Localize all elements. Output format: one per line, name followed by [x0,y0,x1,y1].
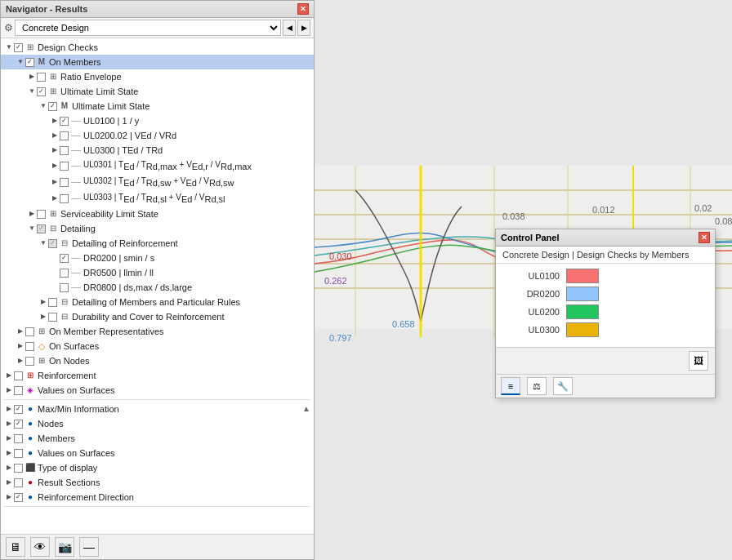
navigator-close-button[interactable]: ✕ [297,3,309,15]
expander-ul0301[interactable]: ▶ [50,161,60,171]
checkbox-dr0800[interactable] [60,283,69,292]
tree-item-on-surfaces[interactable]: ▶ ◇ On Surfaces [1,339,314,353]
dash-button[interactable]: — [79,537,99,557]
expander-detailing-reinf[interactable]: ▼ [38,238,48,248]
checkbox-detailing-reinf[interactable]: ✓ [48,239,57,248]
tree-item-uls-inner[interactable]: ▼ ✓ M Ultimate Limit State [1,99,314,113]
tree-item-on-nodes[interactable]: ▶ ⊞ On Nodes [1,353,314,368]
expander-ratio-envelope[interactable]: ▶ [27,72,37,82]
expander-type-display[interactable]: ▶ [4,463,14,473]
checkbox-on-nodes[interactable] [25,357,34,366]
nav-prev-button[interactable]: ◀ [283,20,296,36]
expander-ul0100[interactable]: ▶ [50,116,60,126]
tree-item-on-members[interactable]: ▼ ✓ M On Members [1,55,314,69]
expander-durability[interactable]: ▶ [38,312,48,322]
checkbox-reinforcement[interactable] [14,371,23,380]
checkbox-design-checks[interactable]: ✓ [14,43,23,52]
design-dropdown[interactable]: Concrete Design [15,20,281,36]
expander-on-nodes[interactable]: ▶ [16,356,25,366]
cp-color-ul0100[interactable] [566,269,599,283]
expander-reinf-direction[interactable]: ▶ [4,492,14,502]
expander-on-surfaces[interactable]: ▶ [16,341,25,351]
checkbox-detailing-members[interactable] [48,298,57,307]
tree-item-detailing-reinf[interactable]: ▼ ✓ ⊟ Detailing of Reinforcement [1,236,314,251]
tree-item-nodes[interactable]: ▶ ✓ ● Nodes [1,416,314,431]
checkbox-type-display[interactable] [14,464,23,473]
expander-detailing[interactable]: ▼ [27,224,37,233]
checkbox-sls[interactable] [37,210,46,219]
expander-ul0303[interactable]: ▶ [50,193,60,203]
tree-item-uls-outer[interactable]: ▼ ✓ ⊞ Ultimate Limit State [1,84,314,99]
expander-on-member-reps[interactable]: ▶ [16,327,25,336]
expander-ul0300[interactable]: ▶ [50,145,60,155]
nav-next-button[interactable]: ▶ [297,20,310,36]
expander-nodes[interactable]: ▶ [4,419,14,429]
checkbox-dr0500[interactable] [60,269,69,278]
expander-result-sections[interactable]: ▶ [4,478,14,487]
tree-item-dr0500[interactable]: — DR0500 | llmin / ll [1,265,314,280]
expander-values-surfaces[interactable]: ▶ [4,385,14,395]
tree-item-values-surfaces-2[interactable]: ▶ ● Values on Surfaces [1,446,314,460]
checkbox-values-surfaces-2[interactable] [14,449,23,458]
tree-item-ratio-envelope[interactable]: ▶ ⊞ Ratio Envelope [1,69,314,84]
expander-uls-outer[interactable]: ▼ [27,87,37,96]
expander-sls[interactable]: ▶ [27,209,37,219]
cp-tab-settings[interactable]: 🔧 [553,377,573,395]
tree-item-dr0800[interactable]: — DR0800 | ds,max / ds,large [1,280,314,295]
checkbox-ul0100[interactable]: ✓ [60,117,69,126]
checkbox-max-min[interactable]: ✓ [14,405,23,414]
checkbox-ul0301[interactable] [60,162,69,171]
cp-tab-list[interactable]: ≡ [501,377,520,395]
checkbox-on-surfaces[interactable] [25,342,34,351]
checkbox-ul0300[interactable] [60,146,69,155]
expander-ul0302[interactable]: ▶ [50,177,60,187]
expander-uls-inner[interactable]: ▼ [38,101,48,111]
tree-item-type-display[interactable]: ▶ ⬛ Type of display [1,460,314,475]
tree-item-on-member-reps[interactable]: ▶ ⊞ On Member Representatives [1,324,314,339]
checkbox-uls-inner[interactable]: ✓ [48,102,57,111]
tree-item-ul0303[interactable]: ▶ — UL0303 | TEd / TRd,sl + VEd / VRd,sl [1,190,314,207]
expander-max-min[interactable]: ▶ [4,404,14,414]
cp-color-ul0300[interactable] [566,322,599,337]
tree-item-ul0100[interactable]: ▶ ✓ — UL0100 | 1 / y [1,113,314,128]
display-button[interactable]: 🖥 [6,537,25,557]
checkbox-uls-outer[interactable]: ✓ [37,87,46,96]
expander-on-members[interactable]: ▼ [16,57,25,67]
expander-reinforcement[interactable]: ▶ [4,371,14,380]
checkbox-ul0303[interactable] [60,194,69,203]
checkbox-detailing[interactable]: ✓ [37,224,46,233]
tree-item-result-sections[interactable]: ▶ ● Result Sections [1,475,314,490]
cp-color-dr0200[interactable] [566,287,599,301]
checkbox-members[interactable] [14,434,23,443]
tree-item-dr0200[interactable]: ✓ — DR0200 | smin / s [1,251,314,265]
tree-item-detailing-members[interactable]: ▶ ⊟ Detailing of Members and Particular … [1,295,314,309]
tree-item-detailing[interactable]: ▼ ✓ ⊟ Detailing [1,221,314,236]
cp-tab-balance[interactable]: ⚖ [527,377,547,395]
expander-members[interactable]: ▶ [4,433,14,443]
tree-item-reinf-direction[interactable]: ▶ ✓ ● Reinforcement Direction [1,490,314,504]
checkbox-on-members[interactable]: ✓ [25,58,34,67]
cp-color-ul0200[interactable] [566,304,599,319]
expander-values-surfaces-2[interactable]: ▶ [4,448,14,458]
expander-design-checks[interactable]: ▼ [4,42,14,52]
visibility-button[interactable]: 👁 [30,537,50,557]
camera-button[interactable]: 📷 [55,537,74,557]
control-panel-close-button[interactable]: ✕ [699,232,710,243]
checkbox-dr0200[interactable]: ✓ [60,254,69,263]
cp-footer-button[interactable]: 🖼 [689,351,708,371]
tree-item-max-min[interactable]: ▶ ✓ ● Max/Min Information ▲ [1,402,314,416]
checkbox-reinf-direction[interactable]: ✓ [14,493,23,502]
tree-item-members[interactable]: ▶ ● Members [1,431,314,446]
tree-item-values-on-surfaces[interactable]: ▶ ◈ Values on Surfaces [1,383,314,398]
checkbox-ratio-envelope[interactable] [37,73,46,82]
tree-item-ul0200[interactable]: ▶ — UL0200.02 | VEd / VRd [1,128,314,143]
tree-item-ul0301[interactable]: ▶ — UL0301 | TEd / TRd,max + VEd,r / VRd… [1,158,314,174]
checkbox-ul0302[interactable] [60,178,69,187]
tree-item-reinforcement[interactable]: ▶ ⊞ Reinforcement [1,368,314,383]
expander-ul0200[interactable]: ▶ [50,131,60,140]
tree-item-ul0300[interactable]: ▶ — UL0300 | TEd / TRd [1,143,314,158]
scroll-up-arrow[interactable]: ▲ [302,402,312,416]
tree-item-ul0302[interactable]: ▶ — UL0302 | TEd / TRd,sw + VEd / VRd,sw [1,174,314,190]
checkbox-durability[interactable] [48,313,57,322]
checkbox-values-surfaces[interactable] [14,386,23,395]
